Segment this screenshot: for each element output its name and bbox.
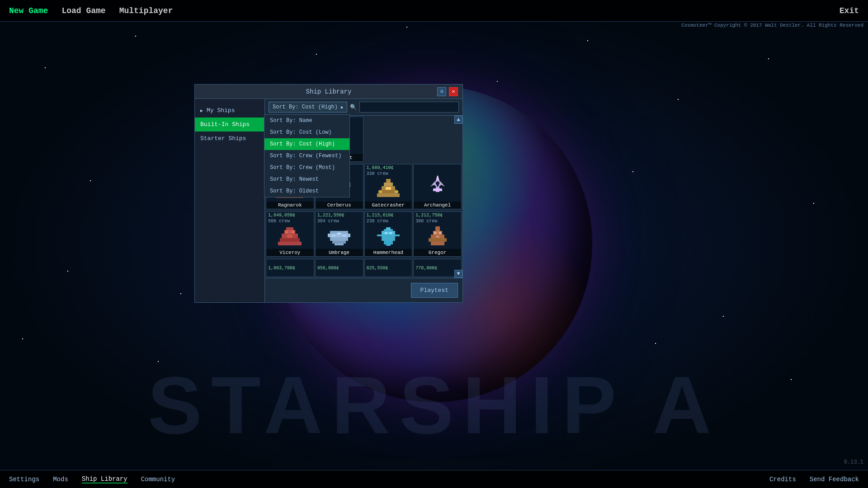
svg-rect-69: [385, 232, 387, 234]
mods-button[interactable]: Mods: [53, 476, 68, 483]
sort-option-crew-most[interactable]: Sort By: Crew (Most): [264, 162, 349, 174]
svg-rect-36: [377, 193, 400, 197]
umbrage-sprite: [326, 226, 353, 247]
sort-option-crew-fewest[interactable]: Sort By: Crew (Fewest): [264, 150, 349, 162]
svg-rect-70: [389, 232, 392, 234]
viceroy-crew: 506 crew: [266, 219, 314, 224]
scroll-down-button[interactable]: ▼: [454, 270, 462, 278]
new-game-button[interactable]: New Game: [9, 6, 48, 15]
svg-rect-51: [285, 231, 288, 233]
gatecrasher-name: Gatecrasher: [365, 202, 412, 209]
send-feedback-button[interactable]: Send Feedback: [810, 476, 859, 483]
ship-card-gatecrasher[interactable]: 1,689,410¢ 330 crew: [364, 164, 413, 209]
bg-title-art: STARSHIP A: [0, 358, 868, 452]
ship-card-gregor[interactable]: 1,212,750¢ 300 crew: [413, 211, 462, 257]
ship-card-archangel[interactable]: Archangel: [413, 164, 462, 209]
svg-rect-66: [382, 236, 395, 241]
svg-rect-71: [435, 226, 440, 231]
ship-card-viceroy[interactable]: 1,649,050¢ 506 crew: [266, 211, 314, 257]
svg-rect-33: [384, 183, 393, 186]
top-menu-bar: New Game Load Game Multiplayer Exit: [0, 0, 868, 22]
cerberus-name: Cerberus: [316, 202, 363, 209]
sort-label: Sort By: Cost (High): [273, 104, 338, 110]
umbrage-image: [316, 224, 363, 249]
search-icon: 🔍: [350, 104, 357, 111]
gregor-sprite: [424, 226, 451, 247]
svg-rect-50: [278, 242, 302, 245]
sort-bar: Sort By: Cost (High) ▲ 🔍: [265, 99, 462, 116]
playtest-button[interactable]: Playtest: [411, 283, 458, 298]
sort-option-cost-low[interactable]: Sort By: Cost (Low): [264, 127, 349, 138]
modal-titlebar: Ship Library ≡ ✕: [195, 84, 462, 99]
gatecrasher-crew: 330 crew: [365, 171, 412, 176]
sort-option-oldest[interactable]: Sort By: Oldest: [264, 185, 349, 197]
bottom-bar: Settings Mods Ship Library Community Cre…: [0, 470, 868, 488]
ship-card-umbrage[interactable]: 1,221,550¢ 384 crew: [315, 211, 363, 257]
sidebar-item-my-ships[interactable]: ▶ My Ships: [195, 103, 264, 117]
svg-rect-38: [378, 191, 382, 193]
svg-rect-56: [330, 237, 348, 241]
hammerhead-crew: 238 crew: [365, 219, 412, 224]
modal-close-button[interactable]: ✕: [449, 87, 458, 96]
modal-menu-button[interactable]: ≡: [437, 87, 446, 96]
svg-rect-58: [335, 244, 344, 245]
gregor-cost: 1,212,750¢: [414, 212, 461, 219]
modal-title: Ship Library: [306, 88, 352, 95]
gregor-image: [414, 224, 461, 249]
hammerhead-name: Hammerhead: [365, 249, 412, 256]
sort-option-name[interactable]: Sort By: Name: [264, 115, 349, 127]
modal-footer: Playtest: [265, 278, 462, 302]
ship-card-small-2[interactable]: 956,900¢: [315, 259, 363, 277]
ship-card-small-1[interactable]: 1,063,700¢: [266, 259, 314, 277]
ship-library-button[interactable]: Ship Library: [82, 475, 127, 483]
multiplayer-button[interactable]: Multiplayer: [119, 6, 173, 15]
gregor-name: Gregor: [414, 249, 461, 256]
gatecrasher-image: [365, 176, 412, 202]
svg-rect-61: [337, 233, 341, 235]
svg-rect-77: [439, 232, 441, 234]
svg-rect-78: [436, 235, 439, 238]
svg-rect-53: [287, 235, 292, 238]
svg-rect-46: [286, 227, 293, 230]
ship-card-hammerhead[interactable]: 1,215,610¢ 238 crew: [364, 211, 413, 257]
load-game-button[interactable]: Load Game: [61, 6, 105, 15]
svg-rect-65: [386, 227, 391, 230]
search-input[interactable]: [359, 102, 459, 113]
svg-rect-45: [437, 176, 439, 180]
credits-button[interactable]: Credits: [769, 476, 796, 483]
settings-button[interactable]: Settings: [9, 476, 39, 483]
sort-option-newest[interactable]: Sort By: Newest: [264, 174, 349, 185]
umbrage-crew: 384 crew: [316, 219, 363, 224]
top-menu-right: Exit: [840, 6, 859, 15]
sort-arrow-icon: ▲: [340, 105, 343, 110]
sort-dropdown[interactable]: Sort By: Cost (High) ▲: [269, 102, 347, 113]
svg-rect-76: [434, 232, 436, 234]
gatecrasher-cost: 1,689,410¢: [365, 164, 412, 171]
exit-button[interactable]: Exit: [840, 6, 859, 15]
hammerhead-cost: 1,215,610¢: [365, 212, 412, 219]
ship-small-2-cost: 956,900¢: [317, 266, 339, 271]
scroll-up-button[interactable]: ▲: [454, 116, 462, 124]
sidebar-item-built-in-ships[interactable]: Built-In Ships: [195, 117, 264, 131]
modal-controls: ≡ ✕: [437, 87, 458, 96]
ship-small-4-cost: 770,800¢: [415, 266, 437, 271]
svg-rect-75: [431, 242, 444, 245]
hammerhead-sprite: [375, 226, 402, 247]
sidebar-item-starter-ships[interactable]: Starter Ships: [195, 131, 264, 145]
sort-dropdown-menu: Sort By: Name Sort By: Cost (Low) Sort B…: [264, 114, 350, 197]
built-in-ships-label: Built-In Ships: [200, 121, 250, 128]
hammerhead-image: [365, 224, 412, 249]
svg-rect-60: [343, 235, 346, 237]
ship-card-small-3[interactable]: 825,550¢: [364, 259, 413, 277]
archangel-image: [414, 166, 461, 202]
version-text: 0.13.1: [844, 459, 863, 465]
community-button[interactable]: Community: [141, 476, 175, 483]
sort-option-cost-high[interactable]: Sort By: Cost (High): [264, 138, 349, 150]
my-ships-arrow: ▶: [200, 108, 203, 113]
umbrage-cost: 1,221,550¢: [316, 212, 363, 219]
svg-rect-44: [433, 188, 442, 191]
gregor-crew: 300 crew: [414, 219, 461, 224]
ship-small-3-cost: 825,550¢: [367, 266, 388, 271]
starter-ships-label: Starter Ships: [200, 135, 246, 142]
svg-rect-39: [395, 191, 398, 193]
